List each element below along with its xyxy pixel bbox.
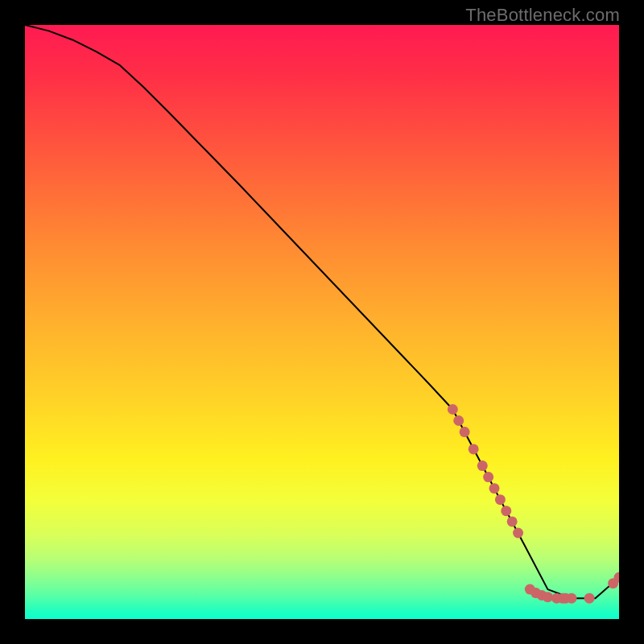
marker-dot bbox=[448, 404, 458, 415]
marker-dot bbox=[501, 506, 511, 516]
watermark-text: TheBottleneck.com bbox=[465, 5, 620, 26]
marker-dot bbox=[453, 415, 464, 426]
curve-line bbox=[25, 25, 619, 598]
marker-dot bbox=[483, 472, 493, 482]
marker-dot bbox=[507, 516, 518, 526]
marker-dot bbox=[469, 444, 479, 454]
marker-dot bbox=[513, 527, 523, 538]
curve-markers bbox=[448, 404, 619, 604]
marker-dot bbox=[543, 592, 553, 602]
plot-area bbox=[25, 25, 619, 619]
marker-dot bbox=[489, 483, 500, 493]
marker-dot bbox=[460, 427, 470, 437]
marker-dot bbox=[584, 593, 595, 604]
marker-dot bbox=[566, 593, 576, 604]
chart-stage: TheBottleneck.com bbox=[0, 0, 644, 644]
plot-svg bbox=[25, 25, 619, 619]
marker-dot bbox=[477, 460, 488, 471]
marker-dot bbox=[495, 494, 506, 505]
